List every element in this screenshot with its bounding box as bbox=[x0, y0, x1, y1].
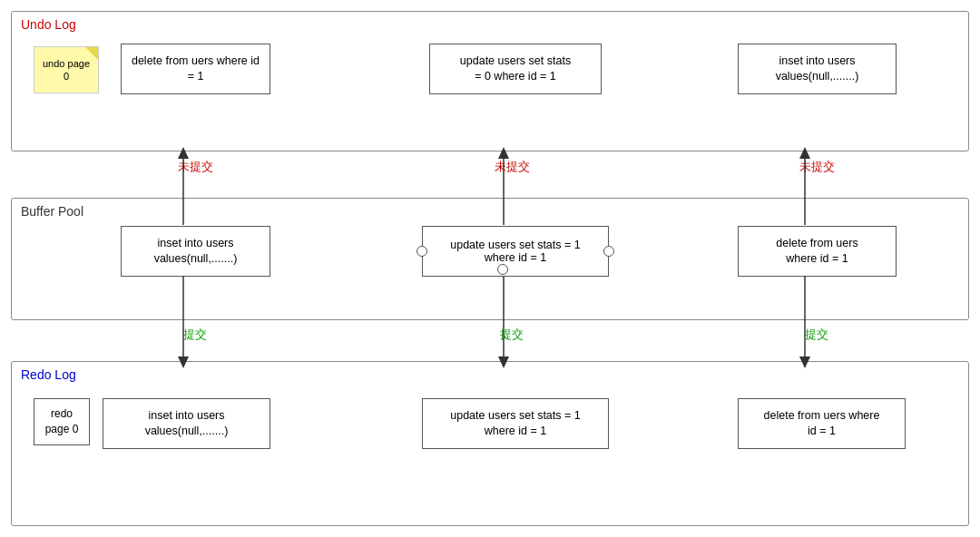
redo-box-1: inset into users values(null,.......) bbox=[103, 398, 270, 449]
committed-label-1: 提交 bbox=[141, 327, 250, 343]
committed-label-3: 提交 bbox=[762, 327, 871, 343]
buffer-box-3: delete from uers where id = 1 bbox=[738, 226, 897, 277]
redo-log-section: Redo Log redo page 0 inset into users va… bbox=[11, 361, 969, 526]
buffer-box-1: inset into users values(null,.......) bbox=[121, 226, 270, 277]
buffer-pool-section: Buffer Pool inset into users values(null… bbox=[11, 198, 969, 320]
undo-log-label: Undo Log bbox=[21, 17, 76, 32]
undo-sticky-note: undo page 0 bbox=[34, 46, 99, 93]
redo-log-label: Redo Log bbox=[21, 367, 76, 382]
redo-box-3: delete from uers where id = 1 bbox=[738, 398, 906, 449]
uncommitted-label-3: 未提交 bbox=[762, 159, 871, 175]
uncommitted-label-1: 未提交 bbox=[141, 159, 250, 175]
uncommitted-label-2: 未提交 bbox=[457, 159, 566, 175]
redo-box-2: update users set stats = 1 where id = 1 bbox=[422, 398, 609, 449]
redo-page-box: redo page 0 bbox=[34, 398, 90, 445]
undo-box-3: inset into users values(null,.......) bbox=[738, 44, 897, 94]
buffer-box-2: update users set stats = 1 where id = 1 bbox=[422, 226, 609, 277]
undo-box-2: update users set stats = 0 where id = 1 bbox=[429, 44, 602, 94]
undo-box-1: delete from uers where id = 1 bbox=[121, 44, 270, 94]
buffer-pool-label: Buffer Pool bbox=[21, 204, 83, 219]
undo-log-section: Undo Log undo page 0 delete from uers wh… bbox=[11, 11, 969, 151]
committed-label-2: 提交 bbox=[457, 327, 566, 343]
